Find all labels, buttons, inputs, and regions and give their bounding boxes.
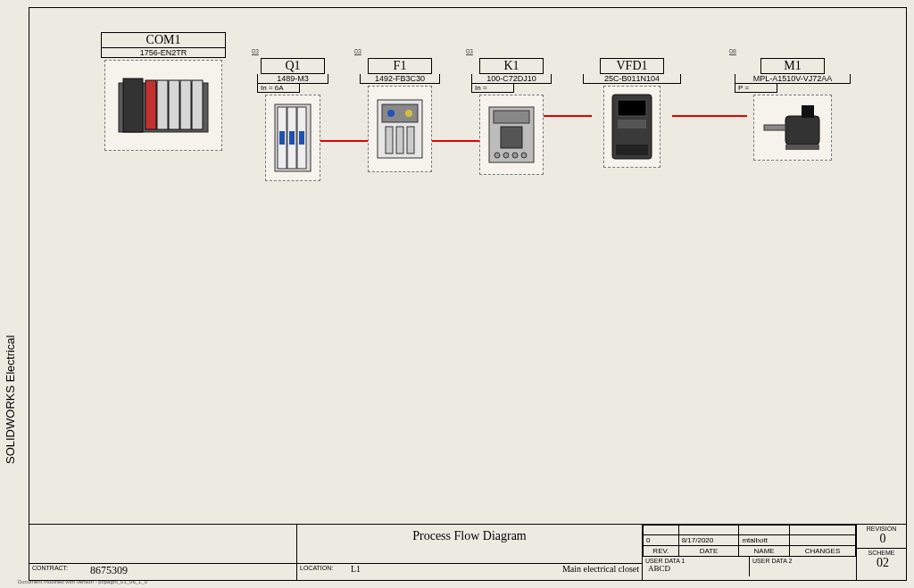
- f1-part: 1492-FB3C30: [360, 74, 440, 84]
- sub-location: Main electrical closet: [407, 564, 642, 580]
- svg-point-25: [503, 153, 509, 158]
- svg-point-24: [494, 153, 500, 158]
- k1-ref: 03: [466, 48, 473, 54]
- svg-rect-13: [299, 131, 304, 145]
- svg-rect-11: [279, 131, 285, 145]
- svg-point-26: [512, 153, 518, 158]
- userdata2-label: User data 2: [750, 557, 856, 564]
- svg-rect-3: [157, 80, 168, 129]
- svg-point-16: [387, 110, 395, 117]
- svg-rect-29: [618, 100, 646, 116]
- rev-cell-rev: 0: [644, 535, 679, 546]
- contract-value: 8675309: [85, 564, 296, 580]
- svg-rect-5: [180, 80, 191, 129]
- svg-rect-23: [501, 127, 522, 148]
- svg-point-27: [521, 153, 527, 158]
- component-f1[interactable]: 03 F1 1492-FB3C30: [360, 57, 440, 172]
- svg-rect-34: [802, 105, 814, 118]
- location-label: LOCATION:: [297, 564, 345, 580]
- f1-ref: 03: [354, 48, 361, 54]
- q1-ref: 03: [252, 48, 259, 54]
- svg-rect-35: [785, 145, 819, 150]
- rev-hdr-date: DATE: [678, 546, 739, 557]
- component-vfd1[interactable]: VFD1 25C-B011N104: [583, 57, 681, 168]
- contract-label: CONTRACT:: [29, 564, 85, 580]
- f1-image: [368, 86, 432, 172]
- app-name-sidebar: SOLIDWORKS Electrical: [4, 335, 17, 464]
- com1-image: [104, 60, 222, 151]
- q1-param: In = 6A: [257, 84, 300, 93]
- svg-rect-31: [616, 145, 648, 155]
- vfd1-image: [603, 86, 661, 168]
- svg-rect-19: [396, 127, 403, 153]
- drawing-title: Process Flow Diagram: [297, 525, 642, 564]
- m1-ref: 08: [729, 48, 736, 54]
- vfd1-name: VFD1: [600, 58, 664, 74]
- m1-name: M1: [760, 58, 825, 74]
- rev-hdr-changes: CHANGES: [789, 546, 855, 557]
- component-k1[interactable]: 03 K1 100-C72DJ10 In =: [471, 57, 552, 175]
- svg-point-17: [405, 110, 412, 117]
- svg-rect-22: [494, 111, 529, 123]
- revision-value: 0: [857, 532, 906, 548]
- scheme-label: SCHEME: [857, 549, 906, 556]
- rev-cell-date: 8/17/2020: [678, 535, 739, 546]
- q1-name: Q1: [261, 58, 325, 74]
- revision-label: REVISION: [857, 525, 906, 532]
- rev-cell-name: mtalbott: [739, 535, 789, 546]
- component-m1[interactable]: 08 M1 MPL-A1510V-VJ72AA P =: [735, 57, 851, 161]
- k1-param: In =: [471, 84, 514, 93]
- svg-rect-4: [169, 80, 179, 129]
- m1-image: [753, 95, 832, 161]
- m1-param: P =: [735, 84, 777, 93]
- rev-cell-changes: [789, 535, 855, 546]
- revision-table: 0 8/17/2020 mtalbott REV. DATE NAME CHAN…: [643, 525, 856, 557]
- scheme-value: 02: [857, 556, 906, 572]
- q1-part: 1489-M3: [257, 74, 328, 84]
- svg-rect-1: [123, 79, 143, 132]
- component-com1[interactable]: COM1 1756-EN2TR: [101, 32, 226, 151]
- svg-rect-32: [785, 116, 819, 145]
- rev-hdr-name: NAME: [739, 546, 789, 557]
- k1-name: K1: [479, 58, 544, 74]
- userdata1-value: ABCD: [643, 564, 749, 575]
- k1-image: [479, 95, 544, 175]
- drawing-frame: COM1 1756-EN2TR 03 Q1 1489-M3 In = 6A: [29, 7, 907, 581]
- m1-part: MPL-A1510V-VJ72AA: [735, 74, 851, 84]
- q1-image: [265, 95, 320, 181]
- com1-name: COM1: [101, 32, 226, 48]
- com1-part: 1756-EN2TR: [101, 48, 226, 58]
- component-q1[interactable]: 03 Q1 1489-M3 In = 6A: [257, 57, 328, 181]
- vfd1-part: 25C-B011N104: [583, 74, 681, 84]
- svg-rect-12: [289, 131, 295, 145]
- svg-rect-33: [764, 125, 785, 130]
- title-block: CONTRACT: 8675309 Process Flow Diagram L…: [29, 524, 906, 580]
- userdata2-value: [750, 564, 856, 566]
- userdata1-label: User data 1: [643, 557, 749, 564]
- svg-rect-30: [618, 120, 646, 128]
- svg-rect-6: [192, 80, 203, 129]
- svg-rect-20: [407, 127, 414, 153]
- svg-rect-2: [145, 80, 156, 129]
- k1-part: 100-C72DJ10: [471, 74, 552, 84]
- svg-rect-18: [386, 127, 393, 153]
- f1-name: F1: [368, 58, 432, 74]
- rev-hdr-rev: REV.: [644, 546, 679, 557]
- location-value: L1: [345, 564, 407, 580]
